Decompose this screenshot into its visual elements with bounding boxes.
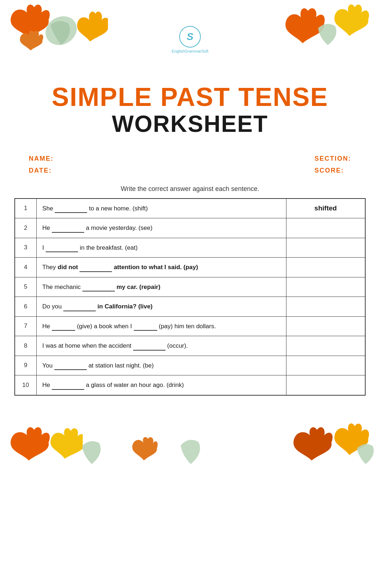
logo-circle: S (179, 26, 201, 48)
table-row: 1 She to a new home. (shift) shifted (15, 199, 365, 218)
table-row: 5 The mechanic my car. (repair) (15, 277, 365, 297)
blank-field[interactable] (80, 266, 112, 272)
blank-field[interactable] (63, 305, 96, 311)
row-sentence: I was at home when the accident (occur). (36, 336, 286, 356)
table-row: 2 He a movie yesterday. (see) (15, 218, 365, 238)
name-label: NAME: (29, 155, 54, 162)
table-row: 8 I was at home when the accident (occur… (15, 336, 365, 356)
row-sentence: He (give) a book when I (pay) him ten do… (36, 316, 286, 336)
blank-field[interactable] (52, 324, 75, 331)
row-number: 3 (15, 238, 36, 258)
form-right: SECTION: SCORE: (315, 155, 351, 174)
section-label: SECTION: (315, 155, 351, 162)
table-row: 10 He a glass of water an hour ago. (dri… (15, 375, 365, 395)
row-sentence: They did not attention to what I said. (… (36, 258, 286, 277)
row-sentence: I in the breakfast. (eat) (36, 238, 286, 258)
header-area: S EnglishGrammarSoft (0, 0, 380, 79)
logo-brand-text: EnglishGrammarSoft (172, 49, 208, 53)
leaf-bottom-left-1 (7, 424, 50, 464)
leaf-bottom-center-left (130, 435, 158, 462)
leaf-top-left-3 (72, 7, 108, 43)
leaf-top-left-4 (18, 29, 43, 52)
row-number: 4 (15, 258, 36, 277)
logo-letter: S (187, 31, 194, 43)
blank-field[interactable] (46, 246, 78, 252)
leaf-bottom-left-3 (76, 435, 108, 466)
leaf-top-right-3 (312, 18, 344, 47)
blank-field[interactable] (55, 206, 87, 213)
table-row: 4 They did not attention to what I said.… (15, 258, 365, 277)
row-answer (286, 375, 365, 395)
leaf-bottom-center (173, 433, 209, 466)
row-number: 10 (15, 375, 36, 395)
row-sentence: You at station last night. (be) (36, 356, 286, 375)
blank-field[interactable] (133, 344, 166, 351)
bottom-leaves-area (0, 403, 380, 468)
row-number: 1 (15, 199, 36, 218)
row-sentence: Do you in California? (live) (36, 297, 286, 317)
logo-container: S EnglishGrammarSoft (172, 26, 208, 53)
row-number: 2 (15, 218, 36, 238)
row-answer: shifted (286, 199, 365, 218)
table-row: 9 You at station last night. (be) (15, 356, 365, 375)
row-sentence: The mechanic my car. (repair) (36, 277, 286, 297)
row-sentence: He a glass of water an hour ago. (drink) (36, 375, 286, 395)
row-answer (286, 277, 365, 297)
blank-field[interactable] (82, 285, 115, 291)
row-answer (286, 258, 365, 277)
blank-field[interactable] (54, 364, 87, 370)
row-answer (286, 238, 365, 258)
table-row: 3 I in the breakfast. (eat) (15, 238, 365, 258)
form-fields: NAME: DATE: SECTION: SCORE: (0, 148, 380, 178)
blank-field-2[interactable] (134, 324, 157, 331)
table-row: 7 He (give) a book when I (pay) him ten … (15, 316, 365, 336)
sub-title: WORKSHEET (0, 111, 380, 137)
table-row: 6 Do you in California? (live) (15, 297, 365, 317)
worksheet-table: 1 She to a new home. (shift) shifted 2 H… (14, 198, 366, 396)
row-number: 6 (15, 297, 36, 317)
blank-field[interactable] (52, 383, 84, 390)
title-section: SIMPLE PAST TENSE WORKSHEET (0, 79, 380, 144)
page: S EnglishGrammarSoft SIMPLE PAST TENSE W… (0, 0, 380, 588)
main-title: SIMPLE PAST TENSE (0, 83, 380, 111)
row-answer (286, 356, 365, 375)
row-answer (286, 218, 365, 238)
row-number: 7 (15, 316, 36, 336)
row-number: 5 (15, 277, 36, 297)
row-number: 9 (15, 356, 36, 375)
blank-field[interactable] (52, 226, 84, 233)
instruction-text: Write the correct answer against each se… (0, 178, 380, 198)
row-answer (286, 316, 365, 336)
date-label: DATE: (29, 167, 54, 174)
leaf-bottom-right-1 (290, 424, 333, 464)
score-label: SCORE: (315, 167, 351, 174)
row-answer (286, 336, 365, 356)
row-sentence: He a movie yesterday. (see) (36, 218, 286, 238)
row-number: 8 (15, 336, 36, 356)
row-sentence: She to a new home. (shift) (36, 199, 286, 218)
leaf-bottom-right-3 (351, 439, 380, 466)
form-left: NAME: DATE: (29, 155, 54, 174)
row-answer (286, 297, 365, 317)
